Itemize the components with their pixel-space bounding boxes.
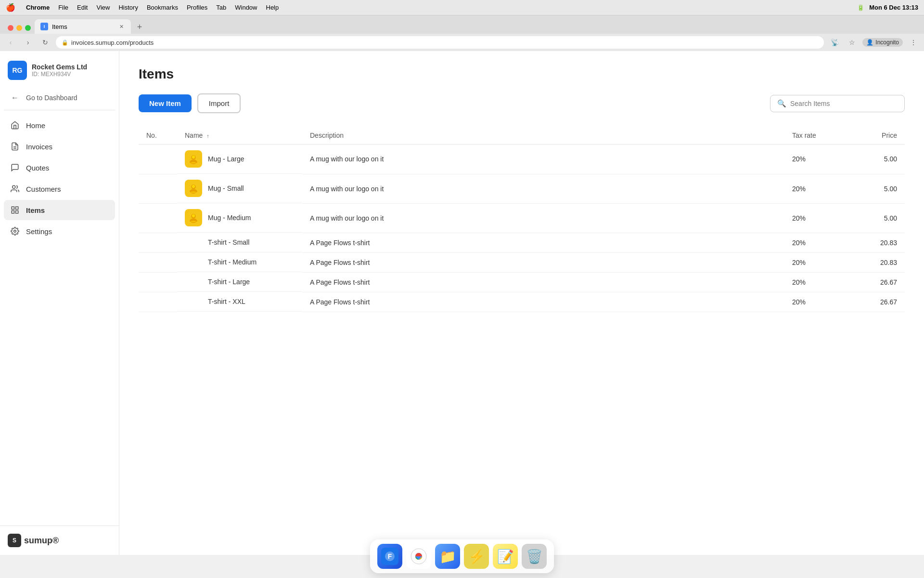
- main-content: Items New Item Import 🔍 No. Name ↑ Descr…: [119, 51, 924, 555]
- forward-button[interactable]: ›: [21, 36, 35, 49]
- sidebar-item-invoices[interactable]: Invoices: [4, 136, 115, 157]
- tab-close-button[interactable]: ✕: [117, 23, 125, 30]
- mac-dock: F 📁 ⚡ 📝 🗑️: [370, 539, 554, 573]
- menubar-right: 🔋 Mon 6 Dec 13:13: [857, 4, 918, 11]
- sidebar-footer: S sumup®: [0, 525, 119, 555]
- sidebar-nav: ← Go to Dashboard Home Invoices Quotes: [0, 88, 119, 241]
- menu-file[interactable]: File: [58, 4, 68, 11]
- sidebar-item-home[interactable]: Home: [4, 115, 115, 135]
- dock-reeder[interactable]: ⚡: [464, 544, 489, 569]
- sort-arrow-icon[interactable]: ↑: [206, 133, 209, 139]
- dock-trash[interactable]: 🗑️: [522, 544, 547, 569]
- more-options-button[interactable]: ⋮: [907, 36, 920, 49]
- customers-icon: [10, 184, 20, 194]
- svg-point-15: [192, 185, 195, 188]
- back-arrow-icon: ←: [10, 92, 20, 103]
- table-row[interactable]: Mug - LargeA mug with our logo on it20%5…: [139, 144, 905, 174]
- cell-price: 20.83: [847, 252, 905, 272]
- address-bar: ‹ › ↻ 🔒 invoices.sumup.com/products 📡 ☆ …: [0, 34, 924, 51]
- cell-name: T-shirt - XXL: [177, 292, 302, 312]
- table-row[interactable]: T-shirt - MediumA Page Flows t-shirt20%2…: [139, 252, 905, 272]
- sidebar-item-home-label: Home: [26, 121, 45, 130]
- sidebar: RG Rocket Gems Ltd ID: MEXH934V ← Go to …: [0, 51, 119, 555]
- import-button[interactable]: Import: [197, 93, 241, 113]
- browser-tab-items[interactable]: I Items ✕: [35, 19, 131, 34]
- cast-icon[interactable]: 📡: [828, 36, 841, 49]
- minimize-window-button[interactable]: [16, 25, 22, 31]
- dock-folder[interactable]: 📁: [435, 544, 460, 569]
- sidebar-item-quotes[interactable]: Quotes: [4, 158, 115, 178]
- close-window-button[interactable]: [8, 25, 13, 31]
- cell-price: 5.00: [847, 174, 905, 203]
- sidebar-item-items[interactable]: Items: [4, 200, 115, 220]
- sidebar-item-settings[interactable]: Settings: [4, 221, 115, 241]
- cell-name: Mug - Large: [177, 144, 302, 174]
- menu-profiles[interactable]: Profiles: [187, 4, 207, 11]
- table-row[interactable]: T-shirt - SmallA Page Flows t-shirt20%20…: [139, 233, 905, 252]
- menu-edit[interactable]: Edit: [77, 4, 88, 11]
- svg-rect-5: [12, 211, 14, 213]
- menu-view[interactable]: View: [96, 4, 110, 11]
- cell-description: A mug with our logo on it: [302, 174, 784, 203]
- item-name-label: Mug - Large: [208, 155, 244, 163]
- table-row[interactable]: Mug - SmallA mug with our logo on it20%5…: [139, 174, 905, 203]
- cell-tax-rate: 20%: [784, 233, 847, 252]
- cell-no: [139, 174, 177, 203]
- cell-price: 20.83: [847, 233, 905, 252]
- invoices-icon: [10, 141, 20, 152]
- url-text: invoices.sumup.com/products: [71, 39, 154, 46]
- bookmark-icon[interactable]: ☆: [845, 36, 859, 49]
- cell-name: T-shirt - Small: [177, 233, 302, 252]
- browser-chrome: I Items ✕ + ‹ › ↻ 🔒 invoices.sumup.com/p…: [0, 15, 924, 51]
- sidebar-item-settings-label: Settings: [26, 227, 52, 236]
- tab-title: Items: [52, 23, 67, 30]
- sidebar-item-customers[interactable]: Customers: [4, 179, 115, 199]
- cell-tax-rate: 20%: [784, 292, 847, 312]
- items-table: No. Name ↑ Description Tax rate Price Mu…: [139, 127, 905, 312]
- dock-notes[interactable]: 📝: [493, 544, 518, 569]
- cell-name: Mug - Medium: [177, 203, 302, 233]
- url-bar[interactable]: 🔒 invoices.sumup.com/products: [56, 36, 824, 49]
- col-header-price: Price: [847, 127, 905, 144]
- settings-icon: [10, 226, 20, 236]
- table-row[interactable]: Mug - MediumA mug with our logo on it20%…: [139, 203, 905, 233]
- new-tab-button[interactable]: +: [133, 20, 146, 34]
- new-item-button[interactable]: New Item: [139, 94, 192, 112]
- maximize-window-button[interactable]: [25, 25, 31, 31]
- svg-rect-6: [16, 211, 18, 213]
- svg-point-11: [192, 156, 195, 158]
- quotes-icon: [10, 162, 20, 173]
- cell-description: A Page Flows t-shirt: [302, 252, 784, 272]
- menu-help[interactable]: Help: [266, 4, 279, 11]
- menu-chrome[interactable]: Chrome: [26, 4, 50, 11]
- dock-chrome[interactable]: [406, 544, 431, 569]
- col-header-tax: Tax rate: [784, 127, 847, 144]
- item-name-label: Mug - Medium: [208, 214, 251, 222]
- menu-tab[interactable]: Tab: [216, 4, 226, 11]
- dock-finder[interactable]: F: [377, 544, 402, 569]
- cell-price: 5.00: [847, 203, 905, 233]
- cell-description: A mug with our logo on it: [302, 144, 784, 174]
- back-button[interactable]: ‹: [4, 36, 17, 49]
- menu-window[interactable]: Window: [235, 4, 257, 11]
- table-row[interactable]: T-shirt - XXLA Page Flows t-shirt20%26.6…: [139, 292, 905, 312]
- col-header-name: Name ↑: [177, 127, 302, 144]
- go-to-dashboard-button[interactable]: ← Go to Dashboard: [4, 88, 115, 110]
- search-box[interactable]: 🔍: [770, 95, 905, 112]
- toolbar: New Item Import 🔍: [139, 93, 905, 113]
- table-row[interactable]: T-shirt - LargeA Page Flows t-shirt20%26…: [139, 272, 905, 292]
- avatar: RG: [8, 61, 27, 80]
- company-name: Rocket Gems Ltd: [32, 63, 111, 71]
- reload-button[interactable]: ↻: [38, 36, 52, 49]
- menu-history[interactable]: History: [118, 4, 138, 11]
- menu-bookmarks[interactable]: Bookmarks: [147, 4, 178, 11]
- incognito-profile[interactable]: 👤 Incognito: [862, 38, 903, 47]
- apple-menu[interactable]: 🍎: [6, 3, 15, 12]
- sidebar-item-quotes-label: Quotes: [26, 164, 49, 172]
- item-icon: [185, 150, 202, 168]
- tab-favicon: I: [40, 23, 48, 30]
- go-to-dashboard-label: Go to Dashboard: [26, 94, 77, 102]
- items-icon: [10, 205, 20, 215]
- item-name-label: T-shirt - Medium: [208, 258, 257, 266]
- search-input[interactable]: [790, 100, 898, 107]
